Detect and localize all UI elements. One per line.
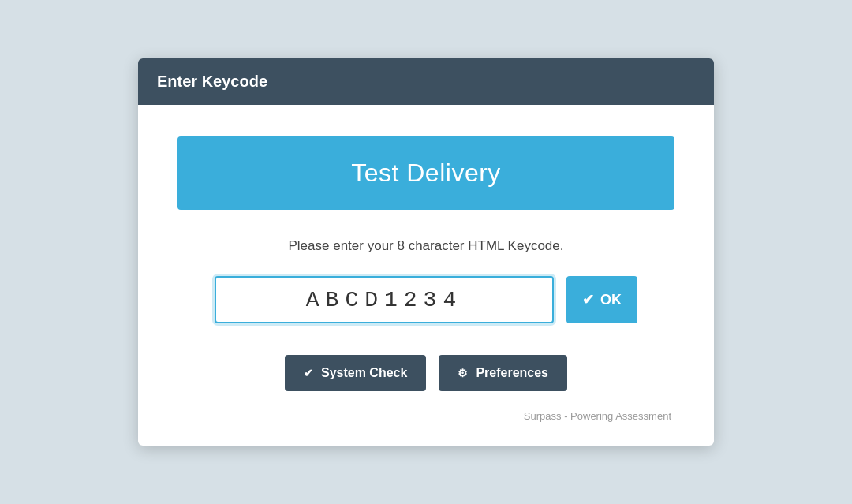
enter-keycode-dialog: Enter Keycode Test Delivery Please enter… xyxy=(138,58,714,446)
check-icon: ✔ xyxy=(304,367,313,379)
dialog-body: Test Delivery Please enter your 8 charac… xyxy=(138,105,714,446)
app-banner-title: Test Delivery xyxy=(351,159,501,187)
ok-button[interactable]: ✔ OK xyxy=(566,276,637,323)
footer-text: Surpass - Powering Assessment xyxy=(178,410,674,422)
gear-icon: ⚙ xyxy=(458,367,468,379)
input-row: ✔ OK xyxy=(178,276,674,323)
action-buttons-row: ✔ System Check ⚙ Preferences xyxy=(285,355,567,391)
app-banner: Test Delivery xyxy=(178,136,674,210)
ok-check-icon: ✔ xyxy=(582,291,594,308)
instruction-text: Please enter your 8 character HTML Keyco… xyxy=(289,238,564,254)
dialog-header: Enter Keycode xyxy=(138,58,714,105)
system-check-button[interactable]: ✔ System Check xyxy=(285,355,426,391)
dialog-title: Enter Keycode xyxy=(157,73,267,90)
ok-button-label: OK xyxy=(600,292,622,308)
system-check-label: System Check xyxy=(321,366,407,380)
preferences-label: Preferences xyxy=(476,366,548,380)
keycode-input[interactable] xyxy=(215,276,554,323)
preferences-button[interactable]: ⚙ Preferences xyxy=(439,355,567,391)
